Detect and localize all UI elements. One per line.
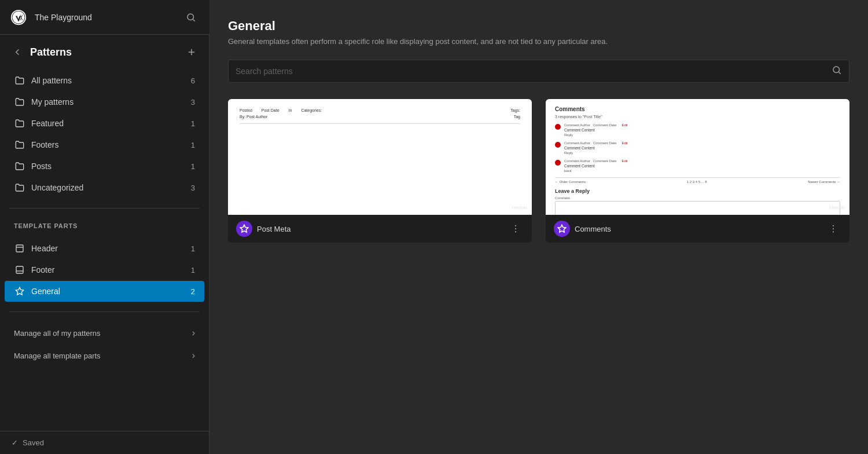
sidebar-item-label: Uncategorized — [31, 183, 185, 192]
sidebar-title: Patterns — [30, 46, 179, 58]
patterns-grid: Posted Post Date In Categories: Tags: By… — [228, 99, 849, 243]
template-icon — [14, 264, 25, 276]
sidebar-item-my-patterns[interactable]: My patterns 3 — [5, 91, 204, 112]
sidebar-item-label: Footers — [31, 140, 185, 149]
back-button[interactable] — [9, 44, 25, 60]
svg-marker-10 — [240, 225, 248, 232]
pattern-footer-post-meta: Post Meta — [228, 215, 532, 243]
sidebar-item-label: Footer — [31, 265, 185, 274]
sidebar-item-label: All patterns — [31, 76, 185, 85]
folder-icon — [14, 96, 25, 108]
sidebar-item-label: Featured — [31, 119, 185, 128]
add-pattern-button[interactable] — [183, 44, 200, 60]
watermark: HedaAI — [829, 205, 845, 210]
manage-template-parts-link[interactable]: Manage all template parts › — [5, 345, 204, 367]
sidebar-item-header[interactable]: Header 1 — [5, 238, 204, 259]
sidebar-item-count: 1 — [191, 266, 195, 274]
sidebar-item-posts[interactable]: Posts 1 — [5, 156, 204, 177]
pattern-card-comments: Comments 3 responses to "Post Title" Com… — [546, 99, 849, 243]
folder-icon — [14, 139, 25, 151]
sidebar-bottom-links: Manage all of my patterns › Manage all t… — [0, 317, 209, 372]
watermark: HedaAI — [512, 205, 527, 210]
sidebar-item-count: 1 — [191, 119, 195, 128]
patterns-nav: All patterns 6 My patterns 3 Featured 1 — [0, 65, 209, 203]
sidebar-item-footers[interactable]: Footers 1 — [5, 134, 204, 155]
svg-point-12 — [515, 228, 516, 229]
svg-marker-14 — [558, 225, 565, 232]
topbar-title: The Playground — [35, 13, 175, 22]
pattern-name: Post Meta — [257, 225, 503, 233]
svg-marker-8 — [16, 287, 23, 295]
topbar: The Playground — [0, 0, 209, 35]
sidebar-item-count: 1 — [191, 162, 195, 171]
chevron-right-icon: › — [192, 350, 195, 361]
svg-point-1 — [187, 14, 194, 20]
pattern-footer-comments: Comments — [546, 215, 849, 243]
sidebar: Patterns All patterns 6 My patt — [0, 0, 209, 454]
svg-point-15 — [833, 225, 834, 226]
sidebar-item-label: General — [31, 287, 185, 296]
folder-icon — [14, 160, 25, 172]
sidebar-item-footer-template[interactable]: Footer 1 — [5, 259, 204, 280]
sidebar-item-label: Header — [31, 244, 185, 253]
sidebar-header: Patterns — [0, 35, 209, 65]
svg-rect-6 — [16, 266, 23, 273]
sidebar-item-label: My patterns — [31, 97, 185, 107]
folder-icon — [14, 118, 25, 129]
manage-patterns-label: Manage all of my patterns — [14, 329, 187, 338]
svg-point-16 — [833, 228, 834, 229]
svg-rect-4 — [16, 245, 23, 252]
sidebar-item-label: Posts — [31, 162, 185, 171]
sidebar-item-general[interactable]: General 2 — [5, 281, 204, 302]
sidebar-item-count: 3 — [191, 98, 195, 107]
saved-bar: ✓ Saved — [0, 431, 209, 454]
sidebar-item-uncategorized[interactable]: Uncategorized 3 — [5, 177, 204, 198]
svg-point-13 — [515, 231, 516, 232]
topbar-search-button[interactable] — [182, 8, 200, 27]
search-input[interactable] — [236, 67, 832, 76]
pattern-icon-post-meta — [236, 221, 252, 237]
sidebar-item-count: 1 — [191, 244, 195, 253]
folder-icon — [14, 75, 25, 86]
wp-logo-button[interactable] — [9, 8, 28, 27]
sidebar-item-count: 6 — [191, 76, 195, 85]
pattern-icon-comments — [554, 221, 570, 237]
manage-template-parts-label: Manage all template parts — [14, 352, 187, 360]
pattern-menu-button[interactable] — [507, 221, 524, 237]
sidebar-divider-2 — [9, 312, 200, 312]
sidebar-item-featured[interactable]: Featured 1 — [5, 113, 204, 134]
pattern-preview-comments[interactable]: Comments 3 responses to "Post Title" Com… — [546, 99, 849, 215]
sidebar-item-count: 1 — [191, 141, 195, 149]
sidebar-divider — [9, 208, 200, 208]
pattern-name: Comments — [575, 225, 821, 233]
search-bar — [228, 60, 849, 83]
search-icon[interactable] — [832, 65, 842, 78]
sidebar-item-all-patterns[interactable]: All patterns 6 — [5, 70, 204, 91]
page-description: General templates often perform a specif… — [228, 37, 849, 46]
pattern-menu-button[interactable] — [825, 221, 841, 237]
checkmark-icon: ✓ — [12, 438, 18, 447]
template-parts-label: TEMPLATE PARTS — [0, 213, 209, 233]
folder-icon — [14, 182, 25, 193]
saved-label: Saved — [23, 438, 44, 447]
svg-point-11 — [515, 225, 516, 226]
sidebar-item-count: 2 — [191, 287, 195, 296]
sidebar-item-count: 3 — [191, 184, 195, 192]
page-title: General — [228, 19, 849, 34]
chevron-right-icon: › — [192, 328, 195, 338]
svg-point-17 — [833, 231, 834, 232]
pattern-card-post-meta: Posted Post Date In Categories: Tags: By… — [228, 99, 532, 243]
main-content: General General templates often perform … — [209, 0, 868, 454]
template-icon — [14, 243, 25, 254]
general-icon — [14, 285, 25, 297]
manage-patterns-link[interactable]: Manage all of my patterns › — [5, 322, 204, 344]
pattern-preview-post-meta[interactable]: Posted Post Date In Categories: Tags: By… — [228, 99, 532, 215]
template-parts-nav: Header 1 Footer 1 General 2 — [0, 233, 209, 307]
svg-point-9 — [833, 67, 840, 73]
